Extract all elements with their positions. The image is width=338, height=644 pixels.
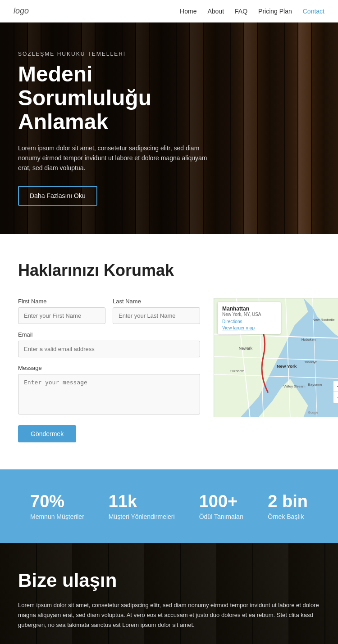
- svg-text:Hoboken: Hoboken: [301, 338, 316, 342]
- stat-item-2: 100+ Ödül Tanımaları: [199, 492, 244, 520]
- stat-number-0: 70%: [30, 492, 84, 511]
- svg-text:Google: Google: [308, 411, 319, 414]
- stat-number-1: 11k: [109, 492, 175, 511]
- first-name-input[interactable]: [18, 307, 105, 324]
- message-textarea[interactable]: [18, 374, 200, 414]
- stat-label-3: Örnek Başlık: [268, 513, 308, 520]
- first-name-label: First Name: [18, 298, 105, 305]
- email-label: Email: [18, 331, 200, 338]
- map-location-sub: New York, NY, USA: [222, 312, 276, 317]
- last-name-input[interactable]: [113, 307, 200, 324]
- message-label: Message: [18, 365, 200, 371]
- map-location-name: Manhattan: [222, 306, 276, 312]
- last-name-label: Last Name: [113, 298, 200, 305]
- first-name-group: First Name: [18, 298, 105, 324]
- contact-form-section: Haklarınızı Korumak First Name Last Name…: [0, 234, 338, 469]
- logo: logo: [14, 6, 29, 16]
- contact-content: Bize ulaşın Lorem ipsum dolor sit amet, …: [18, 570, 320, 644]
- stat-number-3: 2 bin: [268, 492, 308, 511]
- svg-text:New Rochelle: New Rochelle: [312, 318, 334, 322]
- nav-links: Home About FAQ Pricing Plan Contact: [180, 8, 324, 15]
- hero-content: SÖZLEŞME HUKUKU TEMELLERİ Medeni Sorumlu…: [0, 51, 234, 206]
- svg-text:Brooklyn: Brooklyn: [304, 360, 318, 364]
- contact-description: Lorem ipsum dolor sit amet, consetetur s…: [18, 600, 320, 630]
- map-zoom-out-button[interactable]: −: [333, 392, 338, 403]
- nav-pricing[interactable]: Pricing Plan: [258, 8, 292, 15]
- map-container[interactable]: Newark New York Hoboken Elizabeth Brookl…: [214, 298, 338, 417]
- map-zoom-controls: + −: [333, 381, 338, 403]
- contact-layout: First Name Last Name Email Message Gönde…: [18, 298, 320, 442]
- hero-subtitle: SÖZLEŞME HUKUKU TEMELLERİ: [18, 51, 216, 57]
- stat-label-1: Müşteri Yönlendirmeleri: [109, 513, 175, 520]
- name-row: First Name Last Name: [18, 298, 200, 324]
- map-view-larger-link[interactable]: View larger map: [222, 325, 276, 330]
- map-directions-link[interactable]: Directions: [222, 319, 242, 324]
- map-zoom-in-button[interactable]: +: [333, 381, 338, 392]
- bize-ulasın-section: Bize ulaşın Lorem ipsum dolor sit amet, …: [0, 543, 338, 644]
- last-name-group: Last Name: [113, 298, 200, 324]
- nav-home[interactable]: Home: [180, 8, 196, 15]
- contact-heading: Bize ulaşın: [18, 570, 320, 591]
- svg-text:New York: New York: [277, 364, 297, 369]
- svg-text:Valley Stream: Valley Stream: [283, 384, 306, 388]
- stat-item-3: 2 bin Örnek Başlık: [268, 492, 308, 520]
- hero-description: Lorem ipsum dolor sit amet, consetetur s…: [18, 143, 216, 173]
- hero-cta-button[interactable]: Daha Fazlasını Oku: [18, 186, 97, 206]
- stat-item-0: 70% Memnun Müşteriler: [30, 492, 84, 520]
- svg-text:Bayonne: Bayonne: [308, 383, 323, 387]
- stat-number-2: 100+: [199, 492, 244, 511]
- hero-title: Medeni Sorumluluğu Anlamak: [18, 63, 216, 134]
- contact-form: First Name Last Name Email Message Gönde…: [18, 298, 200, 442]
- section-title: Haklarınızı Korumak: [18, 261, 320, 280]
- hero-section: SÖZLEŞME HUKUKU TEMELLERİ Medeni Sorumlu…: [0, 23, 338, 234]
- stat-label-2: Ödül Tanımaları: [199, 513, 244, 520]
- svg-text:Elizabeth: Elizabeth: [230, 369, 245, 373]
- nav-contact[interactable]: Contact: [303, 8, 324, 15]
- map-info-box: Manhattan New York, NY, USA Directions V…: [218, 302, 281, 334]
- navbar: logo Home About FAQ Pricing Plan Contact: [0, 0, 338, 23]
- submit-button[interactable]: Göndermek: [18, 425, 76, 442]
- stats-grid: 70% Memnun Müşteriler 11k Müşteri Yönlen…: [18, 492, 320, 520]
- message-group: Message: [18, 365, 200, 416]
- map-container-wrapper: Newark New York Hoboken Elizabeth Brookl…: [214, 298, 338, 442]
- email-group: Email: [18, 331, 200, 357]
- stats-section: 70% Memnun Müşteriler 11k Müşteri Yönlen…: [0, 469, 338, 543]
- nav-faq[interactable]: FAQ: [235, 8, 247, 15]
- stat-label-0: Memnun Müşteriler: [30, 513, 84, 520]
- stat-item-1: 11k Müşteri Yönlendirmeleri: [109, 492, 175, 520]
- email-input[interactable]: [18, 341, 200, 357]
- svg-text:Newark: Newark: [239, 346, 253, 351]
- nav-about[interactable]: About: [207, 8, 224, 15]
